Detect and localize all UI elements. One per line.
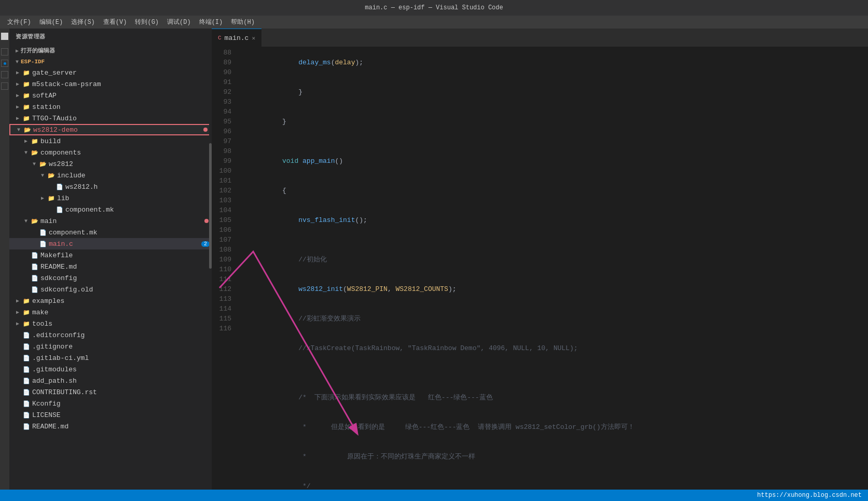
sidebar-item-kconfig[interactable]: ▶ 📄 Kconfig (9, 398, 212, 409)
menu-help[interactable]: 帮助(H) (228, 17, 258, 27)
sidebar-item-readme[interactable]: ▶ 📄 README.md (9, 261, 212, 272)
sidebar-item-readme-root[interactable]: ▶ 📄 README.md (9, 421, 212, 432)
sidebar-item-tools[interactable]: ▶ 📁 tools (9, 318, 212, 329)
code-line-88: delay_ms(delay); (242, 48, 868, 77)
sidebar-header: 资源管理器 (9, 29, 212, 45)
code-line-95 (242, 235, 868, 245)
menu-bar: 文件(F) 编辑(E) 选择(S) 查看(V) 转到(G) 调试(D) 终端(I… (0, 16, 868, 29)
search-icon[interactable] (1, 48, 8, 55)
scm-icon[interactable] (1, 60, 8, 67)
tab-bar: C main.c ✕ (212, 29, 868, 47)
sidebar-item-ws2812-h[interactable]: ▶ 📄 ws2812.h (9, 181, 212, 192)
sidebar-item-add-path[interactable]: ▶ 📄 add_path.sh (9, 375, 212, 386)
sidebar-item-examples[interactable]: ▶ 📁 examples (9, 295, 212, 307)
sidebar-item-station[interactable]: ▶ 📁 station (9, 101, 212, 113)
sidebar-item-component-mk-ws2812[interactable]: ▶ 📄 component.mk (9, 204, 212, 215)
sidebar-item-gate_server[interactable]: ▶ 📁 gate_server (9, 67, 212, 78)
code-line-91 (242, 136, 868, 146)
tab-close-button[interactable]: ✕ (252, 35, 255, 41)
file-tree: ▶ 📁 gate_server ▶ 📁 m5stack-cam-psram ▶ … (9, 67, 212, 490)
activity-bar (0, 29, 9, 490)
menu-select[interactable]: 选择(S) (68, 17, 98, 27)
sidebar-item-build[interactable]: ▶ 📁 build (9, 135, 212, 147)
sidebar-item-editorconfig[interactable]: ▶ 📄 .editorconfig (9, 329, 212, 341)
menu-edit[interactable]: 编辑(E) (36, 17, 66, 27)
sidebar-item-gitmodules[interactable]: ▶ 📄 .gitmodules (9, 364, 212, 375)
code-line-103: * 但是如果看到的是 绿色---红色---蓝色 请替换调用 ws2812_set… (242, 412, 868, 442)
sidebar-item-gitlab-ci[interactable]: ▶ 📄 .gitlab-ci.yml (9, 352, 212, 364)
sidebar-item-ws2812[interactable]: ▼ 📂 ws2812 (9, 158, 212, 170)
main-layout: 资源管理器 ▶ 打开的编辑器 ▼ ESP-IDF ▶ 📁 gate_server… (0, 29, 868, 490)
explorer-icon[interactable] (1, 33, 8, 40)
line-numbers: 88 89 90 91 92 93 94 95 96 97 98 99 100 … (212, 47, 238, 490)
sidebar-item-make[interactable]: ▶ 📁 make (9, 307, 212, 318)
title-bar: main.c — esp-idf — Visual Studio Code (0, 0, 868, 16)
open-editors-label[interactable]: ▶ 打开的编辑器 (9, 45, 212, 57)
sidebar-item-lib[interactable]: ▶ 📁 lib (9, 192, 212, 204)
sidebar-item-contributing[interactable]: ▶ 📄 CONTRIBUTING.rst (9, 386, 212, 398)
title-bar-text: main.c — esp-idf — Visual Studio Code (365, 4, 503, 11)
code-line-97: ws2812_init(WS2812_PIN, WS2812_COUNTS); (242, 274, 868, 304)
sidebar-item-include[interactable]: ▼ 📂 include (9, 170, 212, 181)
menu-debug[interactable]: 调试(D) (164, 17, 194, 27)
sidebar-item-license[interactable]: ▶ 📄 LICENSE (9, 409, 212, 421)
code-line-93: { (242, 176, 868, 205)
code-line-89: } (242, 77, 868, 107)
tab-main-c[interactable]: C main.c ✕ (212, 29, 261, 47)
sidebar-item-makefile[interactable]: ▶ 📄 Makefile (9, 249, 212, 261)
sidebar-item-ttgo[interactable]: ▶ 📁 TTGO-TAudio (9, 113, 212, 124)
sidebar-item-sdkconfig-old[interactable]: ▶ 📄 sdkconfig.old (9, 284, 212, 295)
tab-icon: C (218, 35, 222, 41)
code-line-105: */ (242, 471, 868, 490)
esp-idf-label[interactable]: ▼ ESP-IDF (9, 57, 212, 67)
sidebar-item-component-mk-main[interactable]: ▶ 📄 component.mk (9, 227, 212, 238)
code-line-102: /* 下面演示如果看到实际效果应该是 红色---绿色---蓝色 (242, 383, 868, 412)
sidebar-item-main[interactable]: ▼ 📂 main (9, 215, 212, 227)
sidebar-item-sdkconfig[interactable]: ▶ 📄 sdkconfig (9, 272, 212, 284)
sidebar-item-m5stack[interactable]: ▶ 📁 m5stack-cam-psram (9, 78, 212, 90)
code-line-98: //彩虹渐变效果演示 (242, 304, 868, 333)
extensions-icon[interactable] (1, 82, 8, 90)
tab-label: main.c (225, 34, 249, 42)
code-line-94: nvs_flash_init(); (242, 205, 868, 235)
sidebar: 资源管理器 ▶ 打开的编辑器 ▼ ESP-IDF ▶ 📁 gate_server… (9, 29, 212, 490)
code-line-92: void app_main() (242, 146, 868, 176)
sidebar-item-gitignore[interactable]: ▶ 📄 .gitignore (9, 341, 212, 352)
code-line-96: //初始化 (242, 245, 868, 274)
editor-area: C main.c ✕ 88 89 90 91 92 93 94 95 96 97… (212, 29, 868, 490)
status-bar-url: https://xuhong.blog.csdn.net (757, 492, 862, 499)
status-bar: https://xuhong.blog.csdn.net (0, 490, 868, 501)
sidebar-item-main-c[interactable]: ▶ 📄 main.c 2 (9, 238, 212, 249)
menu-terminal[interactable]: 终端(I) (196, 17, 226, 27)
code-line-101 (242, 373, 868, 383)
code-line-100 (242, 363, 868, 373)
code-line-99: //xTaskCreate(TaskRainbow, "TaskRainbow … (242, 333, 868, 363)
code-content: delay_ms(delay); } } void app_main() (238, 47, 868, 490)
sidebar-item-ws2812-demo[interactable]: ▼ 📂 ws2812-demo (9, 124, 212, 135)
sidebar-item-components[interactable]: ▼ 📂 components (9, 147, 212, 158)
menu-goto[interactable]: 转到(G) (132, 17, 162, 27)
sidebar-item-softap[interactable]: ▶ 📁 softAP (9, 90, 212, 101)
menu-view[interactable]: 查看(V) (100, 17, 130, 27)
debug-icon[interactable] (1, 71, 8, 78)
code-editor[interactable]: 88 89 90 91 92 93 94 95 96 97 98 99 100 … (212, 47, 868, 490)
menu-file[interactable]: 文件(F) (4, 17, 34, 27)
code-line-104: * 原因在于：不同的灯珠生产商家定义不一样 (242, 442, 868, 471)
code-line-90: } (242, 107, 868, 136)
